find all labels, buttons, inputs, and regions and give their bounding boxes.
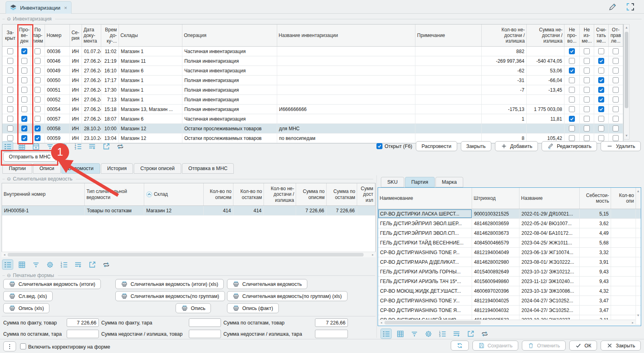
checkbox[interactable]: [569, 116, 575, 122]
open-external-button[interactable]: [465, 329, 476, 339]
column-header[interactable]: Кол-во по остаткам: [233, 183, 264, 205]
total-input[interactable]: [315, 318, 348, 327]
column-header[interactable]: Тип сличительной ведомости: [85, 183, 144, 205]
print-form-button[interactable]: Сличительная ведомость(по группам) (xls): [227, 291, 348, 301]
collapse-icon[interactable]: ⊖: [7, 16, 11, 22]
table-row[interactable]: 00036ИН01.07.2411:02Магазин 1Частичная и…: [2, 47, 623, 56]
add-button[interactable]: Добавить: [495, 141, 538, 151]
checkbox[interactable]: [613, 116, 619, 122]
checkbox[interactable]: [598, 48, 604, 54]
checkbox[interactable]: [613, 135, 619, 141]
unpost-button[interactable]: Распровести: [416, 141, 457, 151]
open-filter-checkbox-box[interactable]: [376, 143, 382, 149]
column-header[interactable]: Про- ве- ден: [18, 25, 31, 46]
checkbox[interactable]: [569, 58, 575, 64]
add-list-button[interactable]: [87, 142, 97, 151]
checkbox[interactable]: [21, 125, 27, 131]
detail-tab-5[interactable]: Отправка в МНС: [182, 163, 234, 174]
print-form-button[interactable]: Сличительная ведомость (итоги) (xls): [115, 279, 224, 289]
checkbox[interactable]: [21, 106, 27, 112]
column-header[interactable]: Штрихкод: [472, 188, 519, 209]
checkbox[interactable]: [584, 116, 590, 122]
total-input[interactable]: [315, 330, 348, 338]
table-row[interactable]: 00058ИН28.10.2410:00Магазин 12Остатки пр…: [2, 124, 623, 133]
save-button[interactable]: Сохранить: [472, 341, 518, 351]
filter-button[interactable]: [409, 329, 419, 339]
checkbox[interactable]: [569, 96, 575, 103]
table-row[interactable]: ГЕЛЬ Д/СТИРКИ ТАЙД ВЕСЕННИЕ...4084500466…: [378, 238, 641, 248]
list-view-button[interactable]: [2, 142, 13, 151]
send-to-mns-button[interactable]: Отправить в МНС: [3, 152, 56, 162]
table-row[interactable]: ГЕЛЬ Д/СТИР.ЭЙПРИЛ ЭВОЛ.СП...48146280036…: [378, 228, 641, 238]
edit-button[interactable]: Редактировать: [542, 141, 597, 151]
list-view-button[interactable]: [2, 260, 13, 269]
total-input[interactable]: [189, 318, 221, 327]
column-header[interactable]: Себестои- мость: [580, 188, 611, 209]
print-form-button[interactable]: Сличительная ведомость (итоги): [3, 279, 101, 289]
refresh-loop-button[interactable]: [479, 329, 490, 339]
checkbox[interactable]: [7, 116, 13, 122]
table-row[interactable]: 00052ИН27.06.247:13Магазин 1Полная инвен…: [2, 95, 623, 105]
numbered-list-button[interactable]: 123: [59, 260, 69, 269]
column-header[interactable]: Дата доку- мента: [82, 25, 101, 46]
total-input[interactable]: [67, 318, 99, 327]
sku-vertical-scrollbar[interactable]: ▲ ▼: [635, 188, 641, 319]
checkbox[interactable]: [584, 135, 590, 141]
grid-button[interactable]: [16, 142, 27, 151]
checkbox[interactable]: [7, 87, 13, 93]
open-external-button[interactable]: [101, 142, 111, 151]
refresh-loop-button[interactable]: [115, 142, 125, 151]
table-row[interactable]: СР-ВО Д/СТИРКИ ЛАСКА ШЕРСТ...90001003215…: [378, 209, 641, 219]
filter-button[interactable]: [31, 260, 41, 269]
checkbox[interactable]: [613, 125, 619, 131]
print-form-button[interactable]: Опись (xls): [3, 303, 49, 313]
column-header[interactable]: Врем до- ку-...: [101, 25, 119, 46]
checkbox[interactable]: [613, 48, 619, 54]
checkbox[interactable]: [21, 48, 27, 54]
checkbox[interactable]: [35, 87, 41, 93]
column-header[interactable]: Кол-во не- достачи / излишка: [482, 25, 527, 46]
tab-close-icon[interactable]: ×: [64, 5, 67, 11]
column-header[interactable]: Се- рия: [70, 25, 82, 46]
checkbox[interactable]: [584, 68, 590, 74]
column-header[interactable]: Сумма не- достачи / излишка: [527, 25, 564, 46]
checkbox[interactable]: [35, 48, 41, 54]
checkbox[interactable]: [598, 68, 604, 74]
column-header[interactable]: Наименование: [378, 188, 472, 209]
detail-tab-4[interactable]: Строки описей: [134, 163, 181, 174]
checkbox[interactable]: [613, 106, 619, 112]
total-input[interactable]: [189, 330, 221, 338]
checkbox[interactable]: [584, 58, 590, 64]
gear-button[interactable]: [423, 329, 433, 339]
collapse-icon[interactable]: ⊖: [7, 176, 11, 182]
collapse-icon[interactable]: ⊖: [7, 273, 11, 278]
checkbox[interactable]: [598, 96, 604, 103]
fullscreen-icon[interactable]: [626, 2, 635, 12]
checkbox[interactable]: [613, 77, 619, 83]
numbered-list-button[interactable]: 123: [73, 142, 83, 151]
checkbox[interactable]: [35, 125, 41, 131]
checkbox[interactable]: [613, 87, 619, 93]
more-options-button[interactable]: [3, 341, 16, 351]
document-tab[interactable]: Инвентаризации ×: [6, 1, 72, 14]
checkbox[interactable]: [598, 77, 604, 83]
column-header[interactable]: Название: [519, 188, 580, 209]
checkbox[interactable]: [569, 135, 575, 141]
checkbox[interactable]: [584, 96, 590, 103]
checkbox[interactable]: [584, 106, 590, 112]
column-header[interactable]: Сумм дост изл: [357, 183, 375, 205]
column-header[interactable]: По пар- тиям: [31, 25, 45, 46]
checkbox[interactable]: [569, 87, 575, 93]
gear-button[interactable]: [45, 260, 55, 269]
checkbox[interactable]: [35, 135, 41, 141]
column-header[interactable]: Сумма по описям: [296, 183, 327, 205]
print-form-button[interactable]: Сл.вед. (xls): [3, 291, 53, 301]
checkbox[interactable]: [21, 87, 27, 93]
table-row[interactable]: 00057ИН27.06.2418:07Магазин 6Частичная и…: [2, 114, 623, 124]
numbered-list-button[interactable]: 123: [437, 329, 448, 339]
checkbox[interactable]: [21, 135, 27, 141]
checkbox[interactable]: [35, 96, 41, 103]
column-header[interactable]: Сумма по остаткам: [327, 183, 357, 205]
refresh-loop-button[interactable]: [101, 260, 111, 269]
column-header[interactable]: За- крыт: [2, 25, 18, 46]
